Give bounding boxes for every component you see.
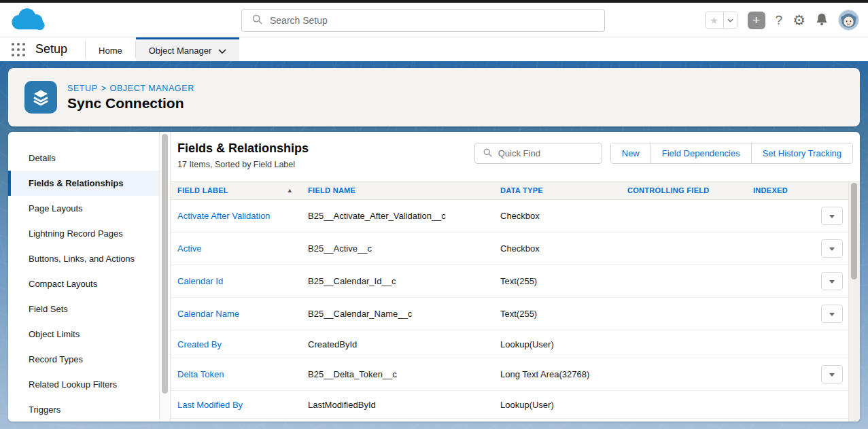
caret-down-icon bbox=[829, 313, 835, 319]
tab-object-manager[interactable]: Object Manager bbox=[136, 37, 240, 61]
tab-home[interactable]: Home bbox=[86, 37, 135, 61]
table-row: Last Modified ByLastModifiedByIdLookup(U… bbox=[171, 391, 848, 419]
column-controlling-field[interactable]: CONTROLLING FIELD bbox=[627, 186, 753, 194]
column-data-type[interactable]: DATA TYPE bbox=[500, 186, 627, 194]
bell-icon[interactable] bbox=[816, 13, 828, 28]
table-row: Activate After ValidationB25__Activate_A… bbox=[171, 200, 848, 233]
field-name-cell: LastModifiedById bbox=[308, 400, 500, 410]
gear-icon[interactable]: ⚙ bbox=[793, 13, 805, 27]
row-actions-menu-button[interactable] bbox=[821, 207, 843, 225]
breadcrumb: SETUP>OBJECT MANAGER bbox=[67, 84, 194, 93]
sidebar-item-fields-relationships[interactable]: Fields & Relationships bbox=[8, 171, 159, 196]
table-scrollbar[interactable] bbox=[848, 181, 860, 422]
quick-find-input[interactable] bbox=[498, 148, 602, 158]
field-label-link[interactable]: Activate After Validation bbox=[177, 211, 308, 221]
sidebar-item-object-limits[interactable]: Object Limits bbox=[8, 322, 159, 347]
section-title: Fields & Relationships bbox=[177, 141, 466, 156]
data-type-cell: Lookup(User) bbox=[500, 400, 627, 410]
favorites-control: ★ bbox=[705, 12, 737, 29]
header-actions: ★ + ? ⚙ bbox=[705, 10, 859, 31]
column-indexed[interactable]: INDEXED bbox=[753, 186, 817, 194]
table-row: ActiveB25__Active__cCheckbox bbox=[171, 233, 848, 265]
field-label-link[interactable]: Last Modified By bbox=[177, 400, 308, 410]
sidebar-item-buttons-links-and-actions[interactable]: Buttons, Links, and Actions bbox=[8, 246, 159, 271]
breadcrumb-separator: > bbox=[101, 84, 107, 93]
sidebar-item-compact-layouts[interactable]: Compact Layouts bbox=[8, 271, 159, 296]
field-name-cell: CreatedById bbox=[308, 339, 500, 349]
add-plus-icon[interactable]: + bbox=[748, 12, 765, 29]
sidebar-item-details[interactable]: Details bbox=[8, 145, 159, 171]
row-actions-menu-button[interactable] bbox=[821, 305, 843, 323]
sidebar-item-page-layouts[interactable]: Page Layouts bbox=[8, 196, 159, 221]
object-layers-icon bbox=[24, 81, 57, 114]
search-setup-input[interactable] bbox=[270, 15, 604, 26]
sort-ascending-icon: ▲ bbox=[287, 187, 293, 194]
sidebar-scrollbar[interactable] bbox=[159, 132, 171, 422]
data-type-cell: Checkbox bbox=[500, 243, 627, 254]
setup-nav-bar: Setup Home Object Manager bbox=[0, 37, 868, 61]
caret-down-icon bbox=[829, 247, 835, 254]
set-history-tracking-button[interactable]: Set History Tracking bbox=[751, 143, 852, 163]
sidebar-item-field-sets[interactable]: Field Sets bbox=[8, 296, 159, 322]
sidebar-item-related-lookup-filters[interactable]: Related Lookup Filters bbox=[8, 372, 159, 397]
data-type-cell: Long Text Area(32768) bbox=[500, 369, 627, 379]
sidebar-item-lightning-record-pages[interactable]: Lightning Record Pages bbox=[8, 221, 159, 246]
table-scrollbar-thumb[interactable] bbox=[851, 183, 857, 279]
data-type-cell: Checkbox bbox=[500, 211, 627, 221]
field-label-link[interactable]: Calendar Name bbox=[177, 309, 308, 319]
field-label-link[interactable]: Calendar Id bbox=[177, 276, 308, 286]
sidebar-item-triggers[interactable]: Triggers bbox=[8, 397, 159, 422]
caret-down-icon bbox=[829, 373, 835, 379]
row-actions-menu-button[interactable] bbox=[821, 272, 843, 290]
object-sidebar: DetailsFields & RelationshipsPage Layout… bbox=[8, 132, 159, 422]
new-button[interactable]: New bbox=[611, 143, 650, 163]
column-field-label[interactable]: FIELD LABEL ▲ bbox=[177, 186, 308, 194]
data-type-cell: Text(255) bbox=[500, 276, 627, 286]
breadcrumb-object-manager-link[interactable]: OBJECT MANAGER bbox=[110, 84, 194, 93]
object-detail-card: DetailsFields & RelationshipsPage Layout… bbox=[8, 132, 860, 422]
table-header-row: FIELD LABEL ▲ FIELD NAME DATA TYPE CONTR… bbox=[171, 181, 848, 200]
tab-object-manager-label: Object Manager bbox=[149, 46, 212, 56]
table-row: Calendar NameB25__Calendar_Name__cText(2… bbox=[171, 298, 848, 330]
field-label-link[interactable]: Active bbox=[177, 243, 308, 254]
row-actions-menu-button[interactable] bbox=[821, 365, 843, 383]
user-avatar[interactable] bbox=[838, 10, 859, 31]
field-label-link[interactable]: Created By bbox=[177, 339, 308, 349]
quick-find-box[interactable] bbox=[474, 143, 602, 164]
global-search[interactable] bbox=[241, 9, 605, 32]
table-row: Delta TokenB25__Delta_Token__cLong Text … bbox=[171, 358, 848, 391]
row-actions-menu-button[interactable] bbox=[821, 239, 843, 258]
data-type-cell: Lookup(User) bbox=[500, 339, 627, 349]
data-type-cell: Text(255) bbox=[500, 309, 627, 319]
salesforce-logo-icon[interactable] bbox=[9, 7, 48, 37]
field-label-link[interactable]: Delta Token bbox=[177, 369, 308, 379]
sidebar-item-record-types[interactable]: Record Types bbox=[8, 347, 159, 372]
sidebar-scrollbar-thumb[interactable] bbox=[162, 134, 168, 394]
breadcrumb-setup-link[interactable]: SETUP bbox=[67, 84, 98, 93]
field-name-cell: B25__Active__c bbox=[308, 243, 500, 254]
search-icon bbox=[252, 14, 262, 27]
page-title: Sync Connection bbox=[67, 95, 194, 111]
caret-down-icon bbox=[829, 280, 835, 286]
app-name: Setup bbox=[35, 42, 67, 56]
favorites-star-icon[interactable]: ★ bbox=[706, 12, 724, 28]
field-name-cell: B25__Calendar_Name__c bbox=[308, 309, 500, 319]
fields-content: Fields & Relationships 17 Items, Sorted … bbox=[171, 132, 860, 422]
field-name-cell: B25__Activate_After_Validation__c bbox=[308, 211, 500, 221]
search-icon bbox=[483, 148, 492, 160]
field-name-cell: B25__Delta_Token__c bbox=[308, 369, 500, 379]
section-subtitle: 17 Items, Sorted by Field Label bbox=[177, 160, 466, 169]
page-header-card: SETUP>OBJECT MANAGER Sync Connection bbox=[8, 68, 860, 126]
action-button-group: New Field Dependencies Set History Track… bbox=[610, 143, 853, 164]
app-launcher-icon[interactable] bbox=[12, 43, 25, 56]
content-header: Fields & Relationships 17 Items, Sorted … bbox=[171, 132, 860, 181]
favorites-dropdown-icon[interactable] bbox=[724, 12, 737, 28]
caret-down-icon bbox=[829, 215, 835, 221]
help-icon[interactable]: ? bbox=[776, 13, 783, 28]
column-field-name[interactable]: FIELD NAME bbox=[308, 186, 500, 194]
field-name-cell: B25__Calendar_Id__c bbox=[308, 276, 500, 286]
setup-background: SETUP>OBJECT MANAGER Sync Connection Det… bbox=[0, 61, 868, 429]
field-dependencies-button[interactable]: Field Dependencies bbox=[650, 143, 751, 163]
table-row: Calendar IdB25__Calendar_Id__cText(255) bbox=[171, 265, 848, 298]
table-row: Created ByCreatedByIdLookup(User) bbox=[171, 330, 848, 358]
